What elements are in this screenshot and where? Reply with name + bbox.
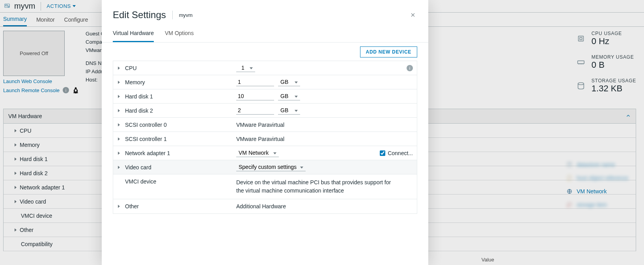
expand-icon[interactable] bbox=[117, 205, 120, 208]
connect-checkbox[interactable] bbox=[380, 150, 385, 156]
tab-summary[interactable]: Summary bbox=[3, 13, 27, 26]
chevron-right-icon bbox=[15, 200, 17, 203]
chevron-right-icon bbox=[15, 143, 17, 146]
hw-row-label: Video card bbox=[20, 198, 46, 205]
cpu-usage-icon bbox=[577, 34, 585, 43]
connect-label: Connect... bbox=[388, 150, 413, 156]
svg-point-12 bbox=[567, 206, 569, 207]
hw-row-label: VMCI device bbox=[21, 213, 52, 219]
expand-icon[interactable] bbox=[117, 81, 120, 84]
dialog-subtitle: myvm bbox=[179, 12, 193, 18]
svg-rect-9 bbox=[568, 176, 571, 180]
network-select[interactable]: VM Network bbox=[236, 149, 279, 157]
chevron-right-icon bbox=[15, 172, 17, 175]
hw-row-label: CPU bbox=[20, 128, 32, 134]
tab-virtual-hardware[interactable]: Virtual Hardware bbox=[113, 26, 154, 42]
row-cpu: CPU 1 i bbox=[113, 61, 417, 75]
svg-point-7 bbox=[578, 83, 584, 85]
svg-point-11 bbox=[568, 202, 571, 204]
storage-usage-icon bbox=[577, 82, 585, 90]
net1-label: Network adapter 1 bbox=[125, 150, 231, 156]
memory-input[interactable] bbox=[236, 78, 274, 86]
svg-point-8 bbox=[568, 162, 571, 163]
usage-panel: CPU USAGE 0 Hz MEMORY USAGE 0 B STORAGE … bbox=[577, 31, 636, 94]
row-hard-disk-2: Hard disk 2 GB bbox=[113, 104, 417, 118]
scsi0-value: VMware Paravirtual bbox=[236, 122, 413, 128]
expand-icon[interactable] bbox=[117, 109, 120, 112]
scsi1-label: SCSI controller 1 bbox=[125, 136, 231, 142]
dialog-tabs: Virtual Hardware VM Options bbox=[102, 26, 428, 43]
memory-usage-label: MEMORY USAGE bbox=[592, 54, 634, 60]
related-network[interactable]: VM Network bbox=[566, 188, 628, 195]
related-objects: datastore name host object reference VM … bbox=[566, 161, 628, 208]
dialog-title: Edit Settings bbox=[113, 9, 166, 20]
host-warning-icon bbox=[566, 175, 573, 181]
related-host[interactable]: host object reference bbox=[566, 175, 628, 181]
row-scsi-1: SCSI controller 1 VMware Paravirtual bbox=[113, 132, 417, 146]
add-new-device-button[interactable]: ADD NEW DEVICE bbox=[360, 46, 417, 57]
svg-point-3 bbox=[75, 89, 77, 92]
chevron-right-icon bbox=[15, 228, 17, 232]
expand-icon[interactable] bbox=[117, 95, 120, 98]
hd1-size-input[interactable] bbox=[236, 92, 274, 100]
scsi0-label: SCSI controller 0 bbox=[125, 122, 231, 128]
svg-rect-4 bbox=[578, 36, 583, 41]
tab-configure[interactable]: Configure bbox=[64, 13, 88, 26]
column-header-value: Value bbox=[482, 257, 494, 263]
other-value: Additional Hardware bbox=[236, 203, 413, 209]
cpu-usage-label: CPU USAGE bbox=[592, 31, 622, 36]
datastore-icon bbox=[566, 161, 573, 168]
row-vmci-device: VMCI device Device on the virtual machin… bbox=[113, 174, 417, 199]
memory-usage-icon bbox=[577, 58, 585, 67]
storage-usage-label: STORAGE USAGE bbox=[592, 78, 636, 83]
vmci-label: VMCI device bbox=[125, 178, 231, 185]
vm-icon bbox=[3, 2, 11, 10]
video-label: Video card bbox=[125, 164, 231, 170]
chevron-right-icon bbox=[15, 186, 17, 189]
expand-icon[interactable] bbox=[117, 166, 120, 169]
tab-monitor[interactable]: Monitor bbox=[36, 13, 55, 26]
launch-remote-console-link[interactable]: Launch Remote Console bbox=[3, 87, 60, 93]
hd2-label: Hard disk 2 bbox=[125, 107, 231, 114]
hd1-unit-select[interactable]: GB bbox=[278, 92, 300, 100]
info-icon[interactable]: i bbox=[407, 65, 413, 71]
expand-icon[interactable] bbox=[117, 137, 120, 141]
launch-web-console-link[interactable]: Launch Web Console bbox=[3, 78, 79, 84]
related-network-label: VM Network bbox=[577, 188, 607, 195]
storage-alert-icon bbox=[566, 202, 573, 208]
expand-icon[interactable] bbox=[117, 67, 120, 70]
expand-icon[interactable] bbox=[117, 152, 120, 155]
cpu-select[interactable]: 1 bbox=[236, 64, 255, 72]
video-settings-select[interactable]: Specify custom settings bbox=[236, 163, 306, 171]
memory-usage-value: 0 B bbox=[592, 60, 634, 70]
hd2-size-input[interactable] bbox=[236, 106, 274, 115]
hw-row-label: Hard disk 2 bbox=[20, 170, 48, 176]
memory-unit-select[interactable]: GB bbox=[278, 78, 300, 86]
hd2-unit-select[interactable]: GB bbox=[278, 106, 300, 115]
network-icon bbox=[566, 188, 573, 195]
close-button[interactable] bbox=[409, 11, 417, 19]
power-state: Powered Off bbox=[20, 50, 48, 56]
collapse-icon[interactable] bbox=[625, 113, 631, 120]
row-scsi-0: SCSI controller 0 VMware Paravirtual bbox=[113, 118, 417, 132]
svg-rect-6 bbox=[578, 61, 584, 63]
related-datastore[interactable]: datastore name bbox=[566, 161, 628, 168]
divider bbox=[41, 2, 41, 11]
tab-vm-options[interactable]: VM Options bbox=[165, 26, 194, 42]
hw-row-label: Network adapter 1 bbox=[20, 184, 65, 191]
actions-menu[interactable]: ACTIONS bbox=[47, 3, 75, 9]
hw-row-label: Hard disk 1 bbox=[20, 156, 48, 162]
cpu-label: CPU bbox=[125, 65, 231, 71]
related-storage[interactable]: storage item bbox=[566, 202, 628, 208]
chevron-down-icon bbox=[73, 5, 76, 7]
console-thumbnail[interactable]: Powered Off bbox=[3, 31, 65, 76]
scsi1-value: VMware Paravirtual bbox=[236, 136, 413, 142]
row-video-card: Video card Specify custom settings bbox=[113, 160, 417, 174]
expand-icon[interactable] bbox=[117, 123, 120, 126]
svg-rect-5 bbox=[580, 37, 582, 40]
memory-label: Memory bbox=[125, 79, 231, 85]
hd1-label: Hard disk 1 bbox=[125, 93, 231, 100]
info-icon[interactable]: i bbox=[63, 87, 69, 93]
settings-table: CPU 1 i Memory GB Hard disk 1 G bbox=[113, 61, 417, 214]
cpu-usage-value: 0 Hz bbox=[592, 36, 622, 46]
